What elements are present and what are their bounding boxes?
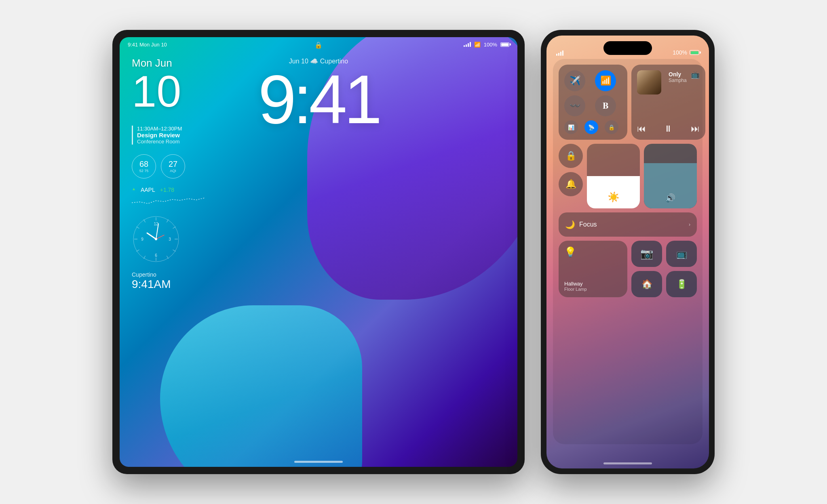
ipad-wave-teal xyxy=(160,305,362,467)
cc-lock-bell-col: 🔒 🔔 xyxy=(559,144,583,208)
svg-text:3: 3 xyxy=(169,237,171,242)
iphone-battery-fill xyxy=(691,51,698,54)
ipad-city-widget[interactable]: Cupertino 9:41AM xyxy=(132,271,221,291)
cc-quick-btns: 📷 📺 🏠 🔋 xyxy=(631,241,697,297)
brightness-icon: ☀️ xyxy=(608,191,620,203)
ipad-center-widgets: Jun 10 ☁️ Cupertino 9:41 xyxy=(258,57,379,134)
ipad-screen: 🔒 9:41 Mon Jun 10 📶 100% xyxy=(120,37,517,467)
svg-line-7 xyxy=(173,250,176,251)
ipad-temp-range: 52 75 xyxy=(139,169,149,173)
cc-brightness-slider[interactable]: ☀️ xyxy=(587,144,640,208)
ipad-battery-pct: 100% xyxy=(484,42,497,48)
iphone-battery-pct: 100% xyxy=(673,49,687,56)
np-forward-btn[interactable]: ⏭ xyxy=(691,124,700,134)
ipad-temp-value: 68 xyxy=(139,160,148,169)
iphone-screen: 100% ✈️ 📶 〰️ 𝐁 xyxy=(546,36,709,468)
np-pause-btn[interactable]: ⏸ xyxy=(664,124,673,134)
cc-battery-status-btn[interactable]: 🔋 xyxy=(666,271,697,297)
focus-moon-icon: 🌙 xyxy=(565,220,575,229)
iphone-device: 100% ✈️ 📶 〰️ 𝐁 xyxy=(541,30,715,474)
np-album-inner xyxy=(637,70,661,94)
cc-wifi-btn[interactable]: 📶 xyxy=(595,70,616,91)
cc-row4: 💡 Hallway Floor Lamp 📷 📺 🏠 🔋 xyxy=(559,241,697,297)
svg-line-12 xyxy=(144,256,146,258)
ipad-status-right: 📶 100% xyxy=(464,42,509,48)
ipad-home-indicator xyxy=(294,461,343,463)
ipad-signal-icon xyxy=(464,42,471,47)
cc-vpn-btn[interactable]: 🔒 xyxy=(605,120,618,134)
cc-camera-btn[interactable]: 📷 xyxy=(631,241,662,267)
iphone-battery-icon xyxy=(690,50,699,55)
cc-lock-rotation-btn[interactable]: 🔒 xyxy=(559,144,583,168)
stocks-svg xyxy=(132,195,205,207)
cc-row3: 🌙 Focus › xyxy=(559,212,697,237)
ipad-calendar-location: Conference Room xyxy=(137,139,221,145)
cc-row1: ✈️ 📶 〰️ 𝐁 📊 📡 🔒 xyxy=(559,65,697,140)
ipad-calendar-event: Design Review xyxy=(137,132,221,139)
svg-text:6: 6 xyxy=(155,253,157,258)
ipad-calendar-widget[interactable]: 11:30AM–12:30PM Design Review Conference… xyxy=(132,126,221,145)
cc-volume-slider[interactable]: 🔊 xyxy=(644,144,697,208)
clock-svg: 12 3 6 9 xyxy=(132,215,180,263)
cc-home-lamp[interactable]: 💡 Hallway Floor Lamp xyxy=(559,241,627,297)
ipad-weather-widget[interactable]: 68 52 75 27 AQI xyxy=(132,154,221,178)
ipad-left-widgets: Mon Jun 10 11:30AM–12:30PM Design Review… xyxy=(132,57,221,291)
ipad-device: 🔒 9:41 Mon Jun 10 📶 100% xyxy=(112,30,525,474)
ipad-stocks-chart xyxy=(132,195,221,207)
svg-text:9: 9 xyxy=(141,237,143,242)
conn-top-grid: ✈️ 📶 〰️ 𝐁 xyxy=(564,70,622,116)
svg-point-20 xyxy=(155,238,157,240)
cc-home-btn[interactable]: 🏠 xyxy=(631,271,662,297)
np-song-title: Only xyxy=(669,71,687,78)
svg-text:12: 12 xyxy=(154,222,158,226)
focus-label: Focus xyxy=(579,221,597,228)
np-artist-name: Sampha xyxy=(669,78,687,83)
svg-line-10 xyxy=(137,227,139,228)
ipad-city-time: 9:41AM xyxy=(132,278,221,291)
svg-line-8 xyxy=(167,256,168,258)
scene: 🔒 9:41 Mon Jun 10 📶 100% xyxy=(0,0,827,504)
cc-cellular-btn[interactable]: 📊 xyxy=(564,120,578,134)
cc-now-playing[interactable]: Only Sampha 📺 ⏮ ⏸ ⏭ xyxy=(631,65,705,140)
ipad-battery-icon xyxy=(500,42,509,47)
ipad-calendar-time: 11:30AM–12:30PM xyxy=(137,126,221,132)
svg-line-19 xyxy=(156,235,164,239)
cc-bluetooth-btn[interactable]: 𝐁 xyxy=(595,95,616,116)
cc-airdrop-btn[interactable]: 〰️ xyxy=(564,95,585,116)
ipad-weather-header: Jun 10 ☁️ Cupertino xyxy=(258,57,379,65)
np-rewind-btn[interactable]: ⏮ xyxy=(637,124,646,134)
ipad-status-time: 9:41 Mon Jun 10 xyxy=(128,42,167,48)
ipad-wifi-icon: 📶 xyxy=(474,42,481,48)
conn-bottom-row: 📊 📡 🔒 xyxy=(564,120,622,134)
iphone-home-indicator xyxy=(603,462,652,464)
lamp-sublabel: Floor Lamp xyxy=(564,287,622,292)
svg-line-6 xyxy=(173,227,176,228)
cc-row2: 🔒 🔔 ☀️ 🔊 xyxy=(559,144,697,208)
ipad-date-day: 10 xyxy=(132,69,221,113)
ipad-stocks-change: +1.78 xyxy=(160,187,174,193)
ipad-aqi-widget: 27 AQI xyxy=(161,154,185,178)
cc-cellular-data-btn[interactable]: 📡 xyxy=(584,120,598,134)
lamp-bulb-icon: 💡 xyxy=(564,246,622,258)
svg-line-9 xyxy=(144,219,146,222)
svg-line-17 xyxy=(147,233,156,239)
volume-icon: 🔊 xyxy=(665,193,675,203)
ipad-stocks-symbol: AAPL xyxy=(141,187,155,193)
ipad-center-clock: 9:41 xyxy=(258,65,379,134)
ipad-stocks-widget[interactable]: ▲ AAPL +1.78 xyxy=(132,187,221,207)
control-center: ✈️ 📶 〰️ 𝐁 📊 📡 🔒 xyxy=(553,59,703,444)
cc-connectivity: ✈️ 📶 〰️ 𝐁 📊 📡 🔒 xyxy=(559,65,627,140)
ipad-statusbar: 9:41 Mon Jun 10 📶 100% xyxy=(120,37,517,52)
ipad-clock-widget[interactable]: 12 3 6 9 xyxy=(132,215,180,263)
focus-chevron-icon: › xyxy=(689,222,690,227)
svg-line-5 xyxy=(167,219,168,222)
np-airplay-btn[interactable]: 📺 xyxy=(691,70,700,79)
ipad-battery-fill xyxy=(501,43,508,46)
cc-silent-mode-btn[interactable]: 🔔 xyxy=(559,172,583,196)
cc-focus-btn[interactable]: 🌙 Focus › xyxy=(559,212,697,237)
lamp-label: Hallway xyxy=(564,281,622,287)
cc-screen-mirror-btn[interactable]: 📺 xyxy=(666,241,697,267)
cc-airplane-btn[interactable]: ✈️ xyxy=(564,70,585,91)
ipad-stocks-row: ▲ AAPL +1.78 xyxy=(132,187,221,193)
ipad-city-name: Cupertino xyxy=(132,271,221,278)
